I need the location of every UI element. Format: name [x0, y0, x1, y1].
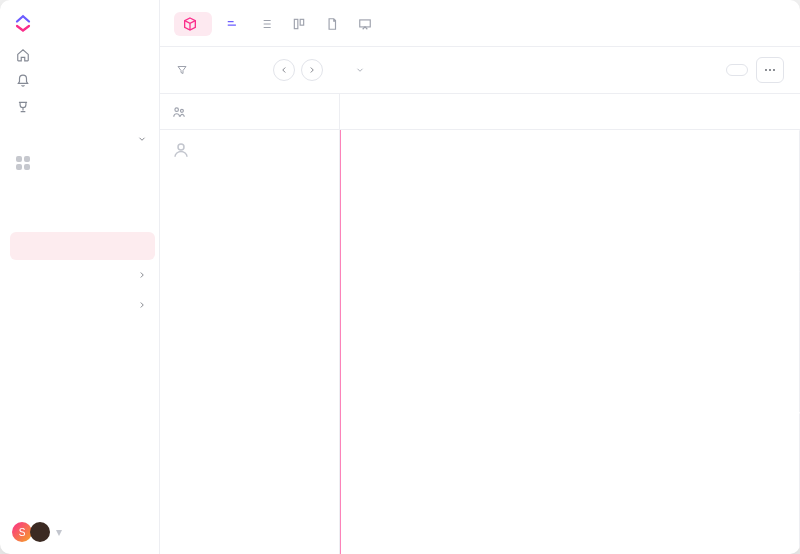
- space-everything[interactable]: [10, 150, 155, 176]
- list-icon: [259, 17, 273, 31]
- nav-notifications[interactable]: [12, 68, 147, 94]
- side-metrics: [780, 130, 800, 554]
- svg-rect-0: [294, 19, 298, 28]
- prev-button[interactable]: [273, 59, 295, 81]
- spaces-header[interactable]: [0, 120, 159, 150]
- unassigned-row[interactable]: [160, 130, 339, 170]
- svg-rect-2: [360, 20, 371, 27]
- space-product-badge: [16, 238, 32, 254]
- unscheduled-pill[interactable]: [780, 413, 800, 554]
- group-by-button[interactable]: [726, 64, 748, 76]
- user-avatar-s[interactable]: S: [12, 522, 32, 542]
- bell-icon: [16, 74, 30, 88]
- noeffort-pill[interactable]: [780, 271, 800, 412]
- nav-home[interactable]: [12, 42, 147, 68]
- svg-point-3: [175, 107, 179, 111]
- chevron-right-icon: [137, 270, 147, 280]
- clickup-logo-icon: [14, 14, 32, 32]
- project-chip[interactable]: [174, 12, 212, 36]
- sidebar: S ▾: [0, 0, 160, 554]
- svg-point-4: [180, 109, 183, 112]
- timeline-icon: [226, 17, 240, 31]
- filter-icon: [176, 64, 188, 76]
- timeline-chart[interactable]: [340, 94, 800, 554]
- range-select[interactable]: [351, 65, 365, 75]
- people-icon: [172, 105, 186, 119]
- board-icon: [292, 17, 306, 31]
- space-development[interactable]: [10, 176, 155, 204]
- home-icon: [16, 48, 30, 62]
- chevron-right-icon: [307, 65, 317, 75]
- box-icon: [182, 16, 198, 32]
- doc-icon: [325, 17, 339, 31]
- space-development-badge: [16, 182, 32, 198]
- filter-button[interactable]: [176, 64, 193, 76]
- chevron-right-icon: [137, 300, 147, 310]
- view-list[interactable]: [259, 17, 278, 31]
- main: ⋯: [160, 0, 800, 554]
- today-line: [340, 130, 341, 554]
- view-whiteboard[interactable]: [358, 17, 377, 31]
- assignee-header: [160, 94, 339, 130]
- dashboards-header[interactable]: [0, 260, 159, 290]
- chevron-down-icon: [137, 134, 147, 144]
- whiteboard-icon: [358, 17, 372, 31]
- grid-icon: [16, 156, 30, 170]
- user-avatar-2[interactable]: [30, 522, 50, 542]
- trophy-icon: [16, 100, 30, 114]
- topbar: [160, 0, 800, 47]
- more-button[interactable]: ⋯: [756, 57, 784, 83]
- next-button[interactable]: [301, 59, 323, 81]
- view-timeline[interactable]: [226, 17, 245, 31]
- assignee-column: [160, 94, 340, 554]
- docs-header[interactable]: [0, 290, 159, 320]
- space-marketing-badge: [16, 210, 32, 226]
- toolbar: ⋯: [160, 47, 800, 94]
- view-switcher: [226, 17, 377, 31]
- space-product[interactable]: [10, 232, 155, 260]
- sidebar-footer: S ▾: [0, 510, 159, 554]
- user-more-icon[interactable]: ▾: [56, 525, 62, 539]
- svg-point-5: [178, 144, 184, 150]
- brand-logo: [0, 0, 159, 42]
- overdue-pill[interactable]: [780, 130, 800, 271]
- person-icon: [172, 141, 190, 159]
- view-board[interactable]: [292, 17, 311, 31]
- svg-rect-1: [300, 19, 304, 25]
- chevron-down-icon: [355, 65, 365, 75]
- view-doc[interactable]: [325, 17, 344, 31]
- nav-goals[interactable]: [12, 94, 147, 120]
- chevron-left-icon: [279, 65, 289, 75]
- space-marketing[interactable]: [10, 204, 155, 232]
